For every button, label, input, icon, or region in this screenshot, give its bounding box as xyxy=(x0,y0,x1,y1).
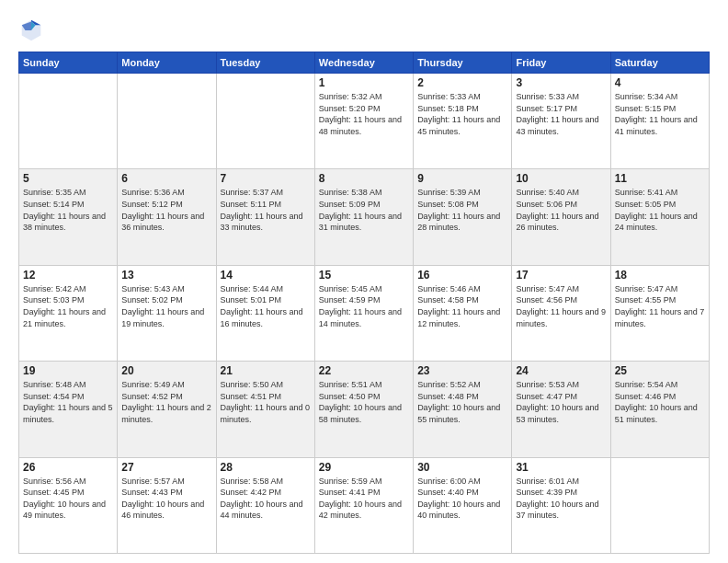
header xyxy=(18,17,710,42)
calendar-cell-3-3: 22Sunrise: 5:51 AM Sunset: 4:50 PM Dayli… xyxy=(314,362,413,457)
day-number: 14 xyxy=(221,269,311,282)
day-number: 5 xyxy=(23,172,113,185)
calendar-row-4: 26Sunrise: 5:56 AM Sunset: 4:45 PM Dayli… xyxy=(19,457,710,553)
calendar-cell-2-5: 17Sunrise: 5:47 AM Sunset: 4:56 PM Dayli… xyxy=(512,265,610,361)
calendar-cell-1-6: 11Sunrise: 5:41 AM Sunset: 5:05 PM Dayli… xyxy=(610,169,709,265)
day-number: 1 xyxy=(319,76,409,89)
calendar-cell-0-5: 3Sunrise: 5:33 AM Sunset: 5:17 PM Daylig… xyxy=(512,74,610,169)
calendar-cell-1-3: 8Sunrise: 5:38 AM Sunset: 5:09 PM Daylig… xyxy=(314,169,413,265)
calendar-row-2: 12Sunrise: 5:42 AM Sunset: 5:03 PM Dayli… xyxy=(19,265,710,361)
calendar-row-3: 19Sunrise: 5:48 AM Sunset: 4:54 PM Dayli… xyxy=(19,362,710,457)
day-info: Sunrise: 6:01 AM Sunset: 4:39 PM Dayligh… xyxy=(516,476,606,522)
day-info: Sunrise: 5:57 AM Sunset: 4:43 PM Dayligh… xyxy=(121,476,211,522)
calendar-cell-0-4: 2Sunrise: 5:33 AM Sunset: 5:18 PM Daylig… xyxy=(414,74,512,169)
day-info: Sunrise: 5:46 AM Sunset: 4:58 PM Dayligh… xyxy=(417,283,507,329)
day-number: 17 xyxy=(516,269,606,282)
logo-icon xyxy=(18,17,44,42)
calendar-cell-4-6 xyxy=(610,457,709,553)
day-info: Sunrise: 5:48 AM Sunset: 4:54 PM Dayligh… xyxy=(23,379,113,425)
day-number: 22 xyxy=(319,364,409,377)
calendar-cell-1-1: 6Sunrise: 5:36 AM Sunset: 5:12 PM Daylig… xyxy=(118,169,216,265)
calendar-cell-1-4: 9Sunrise: 5:39 AM Sunset: 5:08 PM Daylig… xyxy=(414,169,512,265)
day-number: 2 xyxy=(417,76,507,89)
calendar-cell-3-6: 25Sunrise: 5:54 AM Sunset: 4:46 PM Dayli… xyxy=(610,362,709,457)
day-number: 20 xyxy=(121,364,211,377)
calendar-cell-4-2: 28Sunrise: 5:58 AM Sunset: 4:42 PM Dayli… xyxy=(216,457,314,553)
calendar-header-row: SundayMondayTuesdayWednesdayThursdayFrid… xyxy=(19,52,710,74)
day-number: 18 xyxy=(615,269,705,282)
weekday-header-saturday: Saturday xyxy=(610,52,709,74)
day-number: 3 xyxy=(516,76,606,89)
calendar-cell-2-1: 13Sunrise: 5:43 AM Sunset: 5:02 PM Dayli… xyxy=(118,265,216,361)
day-info: Sunrise: 6:00 AM Sunset: 4:40 PM Dayligh… xyxy=(417,476,507,522)
calendar-cell-0-0 xyxy=(19,74,118,169)
day-number: 8 xyxy=(319,172,409,185)
calendar-cell-2-6: 18Sunrise: 5:47 AM Sunset: 4:55 PM Dayli… xyxy=(610,265,709,361)
day-number: 9 xyxy=(417,172,507,185)
calendar-cell-4-0: 26Sunrise: 5:56 AM Sunset: 4:45 PM Dayli… xyxy=(19,457,118,553)
weekday-header-thursday: Thursday xyxy=(414,52,512,74)
calendar-cell-2-4: 16Sunrise: 5:46 AM Sunset: 4:58 PM Dayli… xyxy=(414,265,512,361)
day-info: Sunrise: 5:39 AM Sunset: 5:08 PM Dayligh… xyxy=(417,187,507,233)
day-number: 16 xyxy=(417,269,507,282)
day-info: Sunrise: 5:51 AM Sunset: 4:50 PM Dayligh… xyxy=(319,379,409,425)
calendar-cell-2-2: 14Sunrise: 5:44 AM Sunset: 5:01 PM Dayli… xyxy=(216,265,314,361)
day-info: Sunrise: 5:41 AM Sunset: 5:05 PM Dayligh… xyxy=(615,187,705,233)
page: SundayMondayTuesdayWednesdayThursdayFrid… xyxy=(0,0,728,563)
weekday-header-sunday: Sunday xyxy=(19,52,118,74)
day-number: 15 xyxy=(319,269,409,282)
calendar-cell-1-2: 7Sunrise: 5:37 AM Sunset: 5:11 PM Daylig… xyxy=(216,169,314,265)
day-info: Sunrise: 5:33 AM Sunset: 5:17 PM Dayligh… xyxy=(516,91,606,137)
day-number: 12 xyxy=(23,269,113,282)
day-number: 28 xyxy=(221,461,311,474)
day-info: Sunrise: 5:44 AM Sunset: 5:01 PM Dayligh… xyxy=(221,283,311,329)
day-info: Sunrise: 5:49 AM Sunset: 4:52 PM Dayligh… xyxy=(121,379,211,425)
calendar-cell-3-2: 21Sunrise: 5:50 AM Sunset: 4:51 PM Dayli… xyxy=(216,362,314,457)
day-info: Sunrise: 5:52 AM Sunset: 4:48 PM Dayligh… xyxy=(417,379,507,425)
calendar-table: SundayMondayTuesdayWednesdayThursdayFrid… xyxy=(18,52,710,554)
calendar-cell-3-5: 24Sunrise: 5:53 AM Sunset: 4:47 PM Dayli… xyxy=(512,362,610,457)
calendar-cell-0-3: 1Sunrise: 5:32 AM Sunset: 5:20 PM Daylig… xyxy=(314,74,413,169)
day-number: 29 xyxy=(319,461,409,474)
calendar-cell-4-5: 31Sunrise: 6:01 AM Sunset: 4:39 PM Dayli… xyxy=(512,457,610,553)
day-number: 6 xyxy=(121,172,211,185)
day-info: Sunrise: 5:54 AM Sunset: 4:46 PM Dayligh… xyxy=(615,379,705,425)
calendar-cell-4-3: 29Sunrise: 5:59 AM Sunset: 4:41 PM Dayli… xyxy=(314,457,413,553)
day-number: 11 xyxy=(615,172,705,185)
day-number: 26 xyxy=(23,461,113,474)
day-info: Sunrise: 5:33 AM Sunset: 5:18 PM Dayligh… xyxy=(417,91,507,137)
day-info: Sunrise: 5:50 AM Sunset: 4:51 PM Dayligh… xyxy=(221,379,311,425)
day-info: Sunrise: 5:42 AM Sunset: 5:03 PM Dayligh… xyxy=(23,283,113,329)
weekday-header-monday: Monday xyxy=(118,52,216,74)
day-info: Sunrise: 5:36 AM Sunset: 5:12 PM Dayligh… xyxy=(121,187,211,233)
day-info: Sunrise: 5:35 AM Sunset: 5:14 PM Dayligh… xyxy=(23,187,113,233)
day-number: 25 xyxy=(615,364,705,377)
day-number: 21 xyxy=(221,364,311,377)
day-number: 31 xyxy=(516,461,606,474)
calendar-cell-0-1 xyxy=(118,74,216,169)
day-info: Sunrise: 5:47 AM Sunset: 4:55 PM Dayligh… xyxy=(615,283,705,329)
weekday-header-wednesday: Wednesday xyxy=(314,52,413,74)
day-number: 27 xyxy=(121,461,211,474)
day-number: 19 xyxy=(23,364,113,377)
calendar-cell-1-5: 10Sunrise: 5:40 AM Sunset: 5:06 PM Dayli… xyxy=(512,169,610,265)
day-info: Sunrise: 5:32 AM Sunset: 5:20 PM Dayligh… xyxy=(319,91,409,137)
calendar-cell-4-4: 30Sunrise: 6:00 AM Sunset: 4:40 PM Dayli… xyxy=(414,457,512,553)
calendar-cell-1-0: 5Sunrise: 5:35 AM Sunset: 5:14 PM Daylig… xyxy=(19,169,118,265)
calendar-cell-0-6: 4Sunrise: 5:34 AM Sunset: 5:15 PM Daylig… xyxy=(610,74,709,169)
day-number: 30 xyxy=(417,461,507,474)
day-number: 4 xyxy=(615,76,705,89)
calendar-cell-3-4: 23Sunrise: 5:52 AM Sunset: 4:48 PM Dayli… xyxy=(414,362,512,457)
weekday-header-friday: Friday xyxy=(512,52,610,74)
logo xyxy=(18,17,48,42)
day-info: Sunrise: 5:34 AM Sunset: 5:15 PM Dayligh… xyxy=(615,91,705,137)
day-info: Sunrise: 5:53 AM Sunset: 4:47 PM Dayligh… xyxy=(516,379,606,425)
day-info: Sunrise: 5:40 AM Sunset: 5:06 PM Dayligh… xyxy=(516,187,606,233)
calendar-cell-3-1: 20Sunrise: 5:49 AM Sunset: 4:52 PM Dayli… xyxy=(118,362,216,457)
day-info: Sunrise: 5:47 AM Sunset: 4:56 PM Dayligh… xyxy=(516,283,606,329)
calendar-cell-2-0: 12Sunrise: 5:42 AM Sunset: 5:03 PM Dayli… xyxy=(19,265,118,361)
day-number: 7 xyxy=(221,172,311,185)
day-info: Sunrise: 5:38 AM Sunset: 5:09 PM Dayligh… xyxy=(319,187,409,233)
calendar-cell-4-1: 27Sunrise: 5:57 AM Sunset: 4:43 PM Dayli… xyxy=(118,457,216,553)
calendar-cell-0-2 xyxy=(216,74,314,169)
